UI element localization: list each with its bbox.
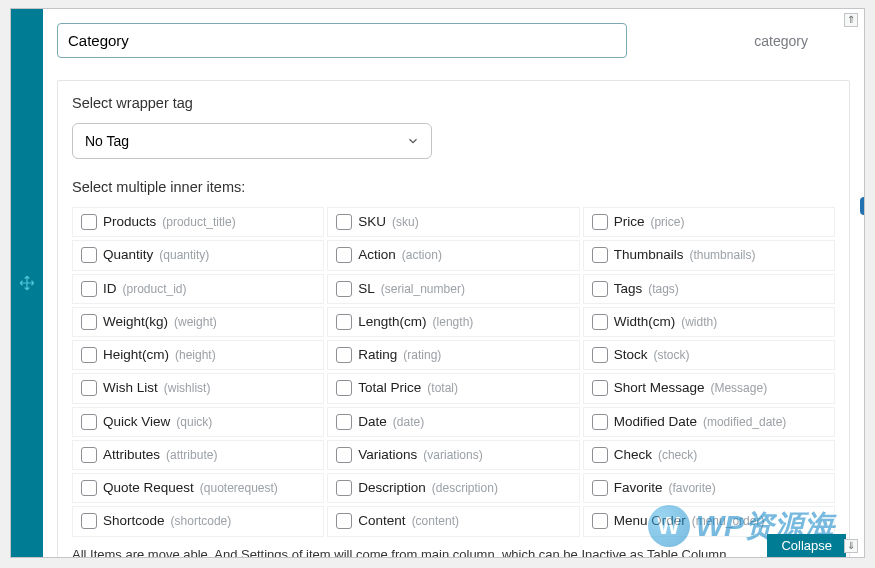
inner-item-slug: (attribute) (166, 446, 217, 464)
inner-item-checkbox[interactable] (81, 380, 97, 396)
inner-item[interactable]: Content (content) (327, 506, 579, 536)
sort-down-button[interactable]: ⇓ (844, 539, 858, 553)
inner-item-checkbox[interactable] (592, 281, 608, 297)
inner-item-checkbox[interactable] (592, 214, 608, 230)
inner-item[interactable]: Favorite (favorite) (583, 473, 835, 503)
inner-item-label: Wish List (103, 378, 158, 398)
inner-item-label: Thumbnails (614, 245, 684, 265)
inner-item[interactable]: Stock (stock) (583, 340, 835, 370)
inner-item[interactable]: Short Message (Message) (583, 373, 835, 403)
inner-item-checkbox[interactable] (336, 281, 352, 297)
inner-item-label: Modified Date (614, 412, 697, 432)
drag-handle-bar[interactable] (11, 9, 43, 557)
inner-item[interactable]: Quantity (quantity) (72, 240, 324, 270)
inner-item[interactable]: ID (product_id) (72, 274, 324, 304)
inner-item[interactable]: Weight(kg) (weight) (72, 307, 324, 337)
inner-item-label: Quantity (103, 245, 153, 265)
inner-item[interactable]: Variations (variations) (327, 440, 579, 470)
inner-item-checkbox[interactable] (592, 447, 608, 463)
inner-item-checkbox[interactable] (592, 247, 608, 263)
panel-enabled-checkbox[interactable] (860, 197, 864, 215)
inner-item-checkbox[interactable] (336, 480, 352, 496)
wrapper-tag-label: Select wrapper tag (72, 95, 835, 111)
inner-item-checkbox[interactable] (592, 347, 608, 363)
inner-item[interactable]: Quote Request (quoterequest) (72, 473, 324, 503)
inner-item-checkbox[interactable] (592, 414, 608, 430)
inner-item-checkbox[interactable] (81, 281, 97, 297)
inner-item-checkbox[interactable] (336, 414, 352, 430)
inner-item-label: Short Message (614, 378, 705, 398)
collapse-button[interactable]: Collapse (767, 534, 846, 557)
inner-item-slug: (shortcode) (171, 512, 232, 530)
inner-item-checkbox[interactable] (336, 214, 352, 230)
column-title-input[interactable] (57, 23, 627, 58)
inner-item-slug: (width) (681, 313, 717, 331)
inner-item-checkbox[interactable] (592, 314, 608, 330)
inner-item-label: Check (614, 445, 652, 465)
sort-up-button[interactable]: ⇑ (844, 13, 858, 27)
wrapper-tag-select[interactable]: No Tag (72, 123, 432, 159)
inner-item-checkbox[interactable] (81, 447, 97, 463)
inner-item-label: Quick View (103, 412, 170, 432)
inner-item-slug: (weight) (174, 313, 217, 331)
inner-item-checkbox[interactable] (81, 247, 97, 263)
inner-item[interactable]: Quick View (quick) (72, 407, 324, 437)
inner-item-checkbox[interactable] (592, 513, 608, 529)
inner-item-slug: (sku) (392, 213, 419, 231)
inner-item[interactable]: Check (check) (583, 440, 835, 470)
inner-item[interactable]: SKU (sku) (327, 207, 579, 237)
inner-item[interactable]: Width(cm) (width) (583, 307, 835, 337)
inner-item-checkbox[interactable] (336, 447, 352, 463)
inner-item-slug: (thumbnails) (689, 246, 755, 264)
inner-item-label: Action (358, 245, 396, 265)
inner-item-label: Description (358, 478, 426, 498)
inner-item-checkbox[interactable] (336, 513, 352, 529)
inner-item-checkbox[interactable] (336, 347, 352, 363)
inner-item[interactable]: Attributes (attribute) (72, 440, 324, 470)
inner-item[interactable]: Tags (tags) (583, 274, 835, 304)
inner-item-checkbox[interactable] (81, 214, 97, 230)
inner-item[interactable]: Thumbnails (thumbnails) (583, 240, 835, 270)
move-icon (18, 274, 36, 292)
inner-item[interactable]: Wish List (wishlist) (72, 373, 324, 403)
inner-item[interactable]: Products (product_title) (72, 207, 324, 237)
inner-item-checkbox[interactable] (592, 480, 608, 496)
inner-item-slug: (tags) (648, 280, 679, 298)
inner-item-slug: (serial_number) (381, 280, 465, 298)
inner-item[interactable]: Total Price (total) (327, 373, 579, 403)
inner-item[interactable]: Modified Date (modified_date) (583, 407, 835, 437)
inner-item-checkbox[interactable] (336, 380, 352, 396)
inner-item[interactable]: Menu Order (menu_order) (583, 506, 835, 536)
inner-item-slug: (quantity) (159, 246, 209, 264)
inner-item-slug: (date) (393, 413, 424, 431)
inner-item-label: Weight(kg) (103, 312, 168, 332)
inner-item-label: Shortcode (103, 511, 165, 531)
inner-item[interactable]: Shortcode (shortcode) (72, 506, 324, 536)
inner-item[interactable]: Rating (rating) (327, 340, 579, 370)
inner-item[interactable]: Length(cm) (length) (327, 307, 579, 337)
inner-item-checkbox[interactable] (81, 480, 97, 496)
inner-item-slug: (menu_order) (692, 512, 765, 530)
inner-item-label: Price (614, 212, 645, 232)
inner-item-checkbox[interactable] (81, 414, 97, 430)
inner-item[interactable]: Price (price) (583, 207, 835, 237)
inner-item-checkbox[interactable] (81, 314, 97, 330)
inner-item[interactable]: Height(cm) (height) (72, 340, 324, 370)
inner-item-slug: (quick) (176, 413, 212, 431)
main-area: ⇑ category Select wrapper tag No Tag Sel… (43, 9, 864, 557)
inner-item-slug: (content) (412, 512, 459, 530)
inner-item-label: Total Price (358, 378, 421, 398)
inner-item-slug: (variations) (423, 446, 482, 464)
inner-item-checkbox[interactable] (81, 513, 97, 529)
inner-item-checkbox[interactable] (336, 314, 352, 330)
inner-item-checkbox[interactable] (81, 347, 97, 363)
inner-items-grid: Products (product_title)SKU (sku)Price (… (72, 207, 835, 537)
inner-item[interactable]: Action (action) (327, 240, 579, 270)
inner-item-label: Products (103, 212, 156, 232)
inner-item[interactable]: Description (description) (327, 473, 579, 503)
inner-item-checkbox[interactable] (592, 380, 608, 396)
inner-item-checkbox[interactable] (336, 247, 352, 263)
inner-item[interactable]: SL (serial_number) (327, 274, 579, 304)
inner-item[interactable]: Date (date) (327, 407, 579, 437)
inner-item-slug: (total) (427, 379, 458, 397)
